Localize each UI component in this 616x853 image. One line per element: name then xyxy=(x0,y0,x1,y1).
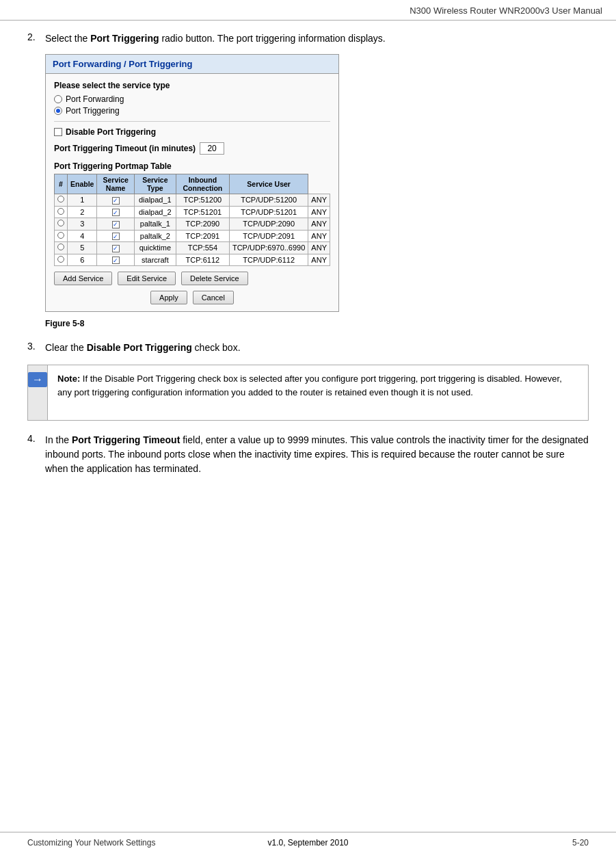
step-4-bold: Port Triggering Timeout xyxy=(72,434,180,445)
row-select-radio[interactable] xyxy=(57,208,64,215)
radio-port-forwarding[interactable]: Port Forwarding xyxy=(54,94,330,104)
row-num: 4 xyxy=(68,230,97,242)
cancel-button[interactable]: Cancel xyxy=(193,291,234,304)
router-panel: Port Forwarding / Port Triggering Please… xyxy=(45,54,339,312)
row-checkbox[interactable]: ✓ xyxy=(112,221,120,228)
table-row[interactable]: 5✓quicktimeTCP:554TCP/UDP:6970..6990ANY xyxy=(55,242,330,254)
service-button-row: Add Service Edit Service Delete Service xyxy=(54,272,330,285)
step-4-text: In the Port Triggering Timeout field, en… xyxy=(45,433,589,476)
row-service-type: TCP:6112 xyxy=(176,254,229,266)
timeout-row: Port Triggering Timeout (in minutes) xyxy=(54,142,330,155)
row-user: ANY xyxy=(308,194,330,207)
row-enable-cell[interactable]: ✓ xyxy=(97,254,134,266)
edit-service-button[interactable]: Edit Service xyxy=(118,272,176,285)
col-header-service-type: Service Type xyxy=(134,174,176,194)
table-row[interactable]: 4✓paltalk_2TCP:2091TCP/UDP:2091ANY xyxy=(55,230,330,242)
step-3-text-start: Clear the xyxy=(45,342,87,353)
disable-checkbox[interactable] xyxy=(54,128,62,136)
row-radio-cell xyxy=(55,206,68,218)
row-num: 2 xyxy=(68,206,97,218)
delete-service-button[interactable]: Delete Service xyxy=(181,272,248,285)
row-radio-cell xyxy=(55,194,68,207)
figure-label: Figure 5-8 xyxy=(45,319,589,328)
col-header-service-name: Service Name xyxy=(97,174,134,194)
row-user: ANY xyxy=(308,242,330,254)
row-user: ANY xyxy=(308,218,330,231)
table-row[interactable]: 2✓dialpad_2TCP:51201TCP/UDP:51201ANY xyxy=(55,206,330,218)
timeout-input[interactable] xyxy=(200,142,224,155)
row-enable-cell[interactable]: ✓ xyxy=(97,230,134,242)
table-row[interactable]: 6✓starcraftTCP:6112TCP/UDP:6112ANY xyxy=(55,254,330,266)
disable-label: Disable Port Triggering xyxy=(66,127,156,137)
row-select-radio[interactable] xyxy=(57,256,64,263)
row-num: 6 xyxy=(68,254,97,266)
row-radio-cell xyxy=(55,242,68,254)
step-2-text-end: radio button. The port triggering inform… xyxy=(159,33,386,44)
row-num: 3 xyxy=(68,218,97,231)
row-num: 1 xyxy=(68,194,97,207)
radio-triggering-circle[interactable] xyxy=(54,107,62,115)
row-radio-cell xyxy=(55,230,68,242)
radio-port-triggering[interactable]: Port Triggering xyxy=(54,106,330,116)
note-bold: Note: xyxy=(57,373,80,384)
apply-cancel-row: Apply Cancel xyxy=(54,291,330,304)
row-checkbox[interactable]: ✓ xyxy=(112,257,120,264)
step-2: 2. Select the Port Triggering radio butt… xyxy=(27,31,589,328)
row-enable-cell[interactable]: ✓ xyxy=(97,242,134,254)
row-service-type: TCP:2090 xyxy=(176,218,229,231)
row-user: ANY xyxy=(308,254,330,266)
footer-left: Customizing Your Network Settings xyxy=(27,838,155,848)
row-user: ANY xyxy=(308,230,330,242)
col-header-enable: Enable xyxy=(68,174,97,194)
row-checkbox[interactable]: ✓ xyxy=(112,209,120,216)
step-3-text-end: check box. xyxy=(192,342,241,353)
row-enable-cell[interactable]: ✓ xyxy=(97,206,134,218)
row-radio-cell xyxy=(55,254,68,266)
row-service-name: quicktime xyxy=(134,242,176,254)
row-select-radio[interactable] xyxy=(57,196,64,202)
row-select-radio[interactable] xyxy=(57,220,64,226)
panel-title-bar: Port Forwarding / Port Triggering xyxy=(46,55,338,74)
row-radio-cell xyxy=(55,218,68,231)
row-checkbox[interactable]: ✓ xyxy=(112,197,120,205)
note-text: If the Disable Port Triggering check box… xyxy=(57,373,562,397)
step-2-bold: Port Triggering xyxy=(90,33,159,44)
step-2-line: 2. Select the Port Triggering radio butt… xyxy=(27,31,589,46)
apply-button[interactable]: Apply xyxy=(150,291,187,304)
timeout-label: Port Triggering Timeout (in minutes) xyxy=(54,144,196,153)
step-3-bold: Disable Port Triggering xyxy=(87,342,192,353)
table-row[interactable]: 3✓paltalk_1TCP:2090TCP/UDP:2090ANY xyxy=(55,218,330,231)
row-inbound: TCP/UDP:51201 xyxy=(229,206,308,218)
radio-forwarding-circle[interactable] xyxy=(54,95,62,103)
table-row[interactable]: 1✓dialpad_1TCP:51200TCP/UDP:51200ANY xyxy=(55,194,330,207)
step-3-number: 3. xyxy=(27,341,40,355)
step-2-number: 2. xyxy=(27,31,40,46)
row-enable-cell[interactable]: ✓ xyxy=(97,218,134,231)
row-checkbox[interactable]: ✓ xyxy=(112,233,120,240)
col-header-num: # xyxy=(55,174,68,194)
row-enable-cell[interactable]: ✓ xyxy=(97,194,134,207)
step-4-text-start: In the xyxy=(45,434,72,445)
step-3-text: Clear the Disable Port Triggering check … xyxy=(45,341,241,355)
step-3: 3. Clear the Disable Port Triggering che… xyxy=(27,341,589,421)
add-service-button[interactable]: Add Service xyxy=(54,272,112,285)
col-header-user: Service User xyxy=(229,174,308,194)
col-header-inbound: Inbound Connection xyxy=(176,174,229,194)
step-4-line: 4. In the Port Triggering Timeout field,… xyxy=(27,433,589,476)
header-title: N300 Wireless Router WNR2000v3 User Manu… xyxy=(410,5,602,16)
disable-port-triggering-row[interactable]: Disable Port Triggering xyxy=(54,127,330,137)
row-num: 5 xyxy=(68,242,97,254)
step-2-text: Select the Port Triggering radio button.… xyxy=(45,31,386,46)
radio-forwarding-label: Port Forwarding xyxy=(66,94,124,104)
service-type-label: Please select the service type xyxy=(54,81,330,90)
row-checkbox[interactable]: ✓ xyxy=(112,245,120,252)
row-inbound: TCP/UDP:2091 xyxy=(229,230,308,242)
row-select-radio[interactable] xyxy=(57,244,64,250)
row-service-type: TCP:2091 xyxy=(176,230,229,242)
note-content: Note: If the Disable Port Triggering che… xyxy=(48,365,588,420)
row-service-name: paltalk_1 xyxy=(134,218,176,231)
step-4-number: 4. xyxy=(27,433,40,476)
row-service-name: dialpad_1 xyxy=(134,194,176,207)
table-section-label: Port Triggering Portmap Table xyxy=(54,161,330,171)
row-select-radio[interactable] xyxy=(57,232,64,239)
